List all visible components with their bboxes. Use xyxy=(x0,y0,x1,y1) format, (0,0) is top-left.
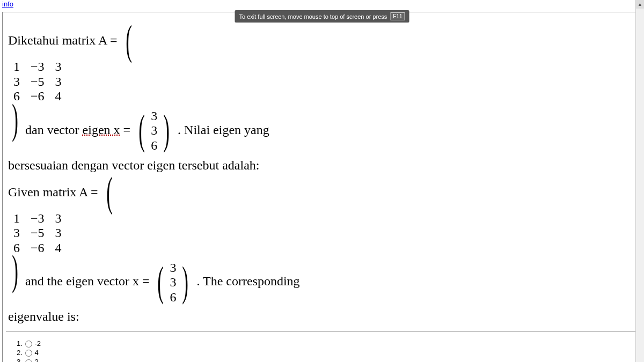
scrollbar[interactable]: ▲ ▼ xyxy=(635,0,644,362)
question-frame: To exit full screen, move mouse to top o… xyxy=(2,12,642,362)
q-en-3: . The corresponding xyxy=(196,274,299,288)
option-3-label: 2 xyxy=(34,358,38,362)
vector-x-1: ( 3 3 6 ) xyxy=(135,109,173,153)
paren-left-icon: ( xyxy=(106,176,113,208)
q-en-2: and the eigen vector x = xyxy=(25,274,149,288)
option-1: 1. -2 xyxy=(17,339,636,348)
q-id-1: Diketahui matrix A = xyxy=(8,33,118,47)
paren-left-icon: ( xyxy=(126,24,132,56)
vector-x-2: ( 3 3 6 ) xyxy=(153,261,192,305)
fullscreen-tip: To exit full screen, move mouse to top o… xyxy=(235,10,409,23)
option-2: 2. 4 xyxy=(17,349,636,357)
q-en-4: eigenvalue is: xyxy=(8,307,636,326)
paren-right-icon: ) xyxy=(163,114,170,146)
q-id-5: bersesuaian dengan vector eigen tersebut… xyxy=(8,156,636,175)
question-body: Diketahui matrix A = ( 1−33 3−53 6−64 ) … xyxy=(6,16,638,332)
option-2-radio[interactable] xyxy=(25,350,32,357)
scroll-up-icon[interactable]: ▲ xyxy=(636,0,644,9)
info-link[interactable]: info xyxy=(0,0,16,9)
option-1-label: -2 xyxy=(34,339,41,348)
matrix-a-1: ( xyxy=(122,25,136,57)
paren-left-icon: ( xyxy=(138,114,145,146)
options-list: 1. -2 2. 4 3. 2 4. -4 xyxy=(6,332,638,362)
paren-left-icon: ( xyxy=(158,265,164,298)
option-2-label: 4 xyxy=(34,349,38,357)
matrix-a-2: ( xyxy=(103,177,116,209)
option-3: 3. 2 xyxy=(17,358,636,362)
paren-right-icon: ) xyxy=(12,254,18,286)
paren-right-icon: ) xyxy=(12,103,18,135)
fullscreen-tip-text: To exit full screen, move mouse to top o… xyxy=(239,13,387,20)
q-en-1: Given matrix A = xyxy=(8,184,98,198)
f11-key-label: F11 xyxy=(390,12,405,20)
paren-right-icon: ) xyxy=(182,265,189,298)
option-1-radio[interactable] xyxy=(25,341,32,348)
q-id-eigen: eigen x xyxy=(83,123,120,137)
q-id-4: . Nilai eigen yang xyxy=(178,123,269,137)
q-id-3: = xyxy=(123,123,131,137)
q-id-2: dan vector xyxy=(25,123,79,137)
option-3-radio[interactable] xyxy=(25,359,32,363)
